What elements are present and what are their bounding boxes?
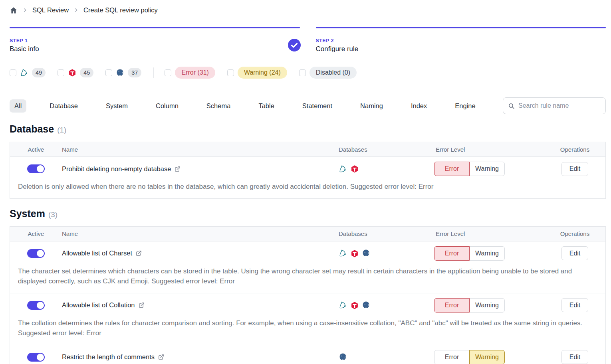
filter-engine-mysql[interactable]: 49 <box>10 68 46 77</box>
postgres-checkbox[interactable] <box>105 69 112 76</box>
error-level-button[interactable]: Error <box>434 298 470 313</box>
error-level-button[interactable]: Error <box>434 350 470 364</box>
operations-cell: Edit <box>544 162 605 176</box>
search-rule-box[interactable] <box>503 97 606 114</box>
filter-divider <box>153 67 154 78</box>
table-row: Allowable list of Charset Error Warning … <box>10 241 605 265</box>
filter-bar: 49 45 37 Error (31) Warning (24) Disable… <box>10 67 606 79</box>
stepper: STEP 1 Basic info STEP 2 Configure rule <box>10 27 606 53</box>
postgres-icon <box>339 353 347 361</box>
active-cell <box>10 164 62 173</box>
warning-level-button[interactable]: Warning <box>469 246 505 261</box>
edit-button[interactable]: Edit <box>561 162 589 176</box>
edit-button[interactable]: Edit <box>561 350 589 364</box>
table-header-row: Active Name Databases Error Level Operat… <box>10 142 605 157</box>
tab-all[interactable]: All <box>10 99 26 113</box>
error-level-cell: Error Warning <box>433 162 544 176</box>
chevron-right-icon <box>73 8 79 13</box>
filter-level-warning[interactable]: Warning (24) <box>227 67 287 79</box>
error-level-cell: Error Warning <box>433 298 544 313</box>
warning-level-button[interactable]: Warning <box>469 298 505 313</box>
operations-cell: Edit <box>544 350 605 364</box>
error-level-button[interactable]: Error <box>434 246 470 261</box>
tab-table[interactable]: Table <box>254 99 279 113</box>
tidb-icon <box>68 69 76 77</box>
error-level-cell: Error Warning <box>433 350 544 364</box>
tab-index[interactable]: Index <box>406 99 432 113</box>
rule-active-toggle[interactable] <box>27 353 45 362</box>
operations-cell: Edit <box>544 298 605 312</box>
section-heading: System (3) <box>10 208 606 220</box>
rule-sections: Database (1) Active Name Databases Error… <box>10 123 606 364</box>
external-link-icon[interactable] <box>158 354 164 360</box>
name-cell: Allowable list of Collation <box>62 301 336 309</box>
edit-button[interactable]: Edit <box>561 246 589 260</box>
postgres-icon <box>362 301 370 309</box>
warning-level-button[interactable]: Warning <box>469 350 505 364</box>
tab-system[interactable]: System <box>101 99 133 113</box>
error-level-segmented-control: Error Warning <box>434 298 505 313</box>
tidb-checkbox[interactable] <box>58 69 64 76</box>
section-count: (3) <box>48 210 58 219</box>
postgres-icon <box>116 69 124 77</box>
tab-schema[interactable]: Schema <box>202 99 236 113</box>
filter-level-error[interactable]: Error (31) <box>165 67 215 79</box>
databases-cell <box>336 353 433 361</box>
warning-level-button[interactable]: Warning <box>469 162 505 176</box>
error-level-checkbox[interactable] <box>165 69 171 76</box>
step-1-label: STEP 1 <box>10 38 300 44</box>
step-1-title: Basic info <box>10 45 300 53</box>
rule-active-toggle[interactable] <box>27 301 45 310</box>
rule-table: Active Name Databases Error Level Operat… <box>10 142 606 199</box>
tab-column[interactable]: Column <box>151 99 183 113</box>
rule-active-toggle[interactable] <box>27 249 45 258</box>
mysql-icon <box>339 249 347 257</box>
external-link-icon[interactable] <box>136 250 142 256</box>
breadcrumb-sql-review[interactable]: SQL Review <box>32 6 69 14</box>
tab-engine[interactable]: Engine <box>450 99 480 113</box>
tab-naming[interactable]: Naming <box>355 99 388 113</box>
table-row: Restrict the length of comments Error Wa… <box>10 345 605 364</box>
rule-name: Allowable list of Charset <box>62 249 132 257</box>
disabled-level-checkbox[interactable] <box>299 69 306 76</box>
breadcrumb-current-page: Create SQL review policy <box>83 6 158 14</box>
home-icon[interactable] <box>10 6 18 14</box>
category-tabs: All Database System Column Schema Table … <box>10 97 606 114</box>
mysql-icon <box>20 69 28 77</box>
column-header-active: Active <box>10 230 62 237</box>
rule-active-toggle[interactable] <box>27 164 45 173</box>
filter-level-disabled[interactable]: Disabled (0) <box>299 67 357 79</box>
tidb-count-badge: 45 <box>80 68 93 77</box>
tidb-icon <box>350 165 359 173</box>
mysql-icon <box>339 301 347 309</box>
error-level-button[interactable]: Error <box>434 162 470 176</box>
tab-statement[interactable]: Statement <box>298 99 337 113</box>
external-link-icon[interactable] <box>139 302 145 308</box>
column-header-databases: Databases <box>336 146 433 153</box>
rule-group: Restrict the length of comments Error Wa… <box>10 345 605 364</box>
warning-count-pill: Warning (24) <box>238 67 287 79</box>
search-icon <box>508 103 515 109</box>
filter-engine-tidb[interactable]: 45 <box>58 68 93 77</box>
name-cell: Allowable list of Charset <box>62 249 336 257</box>
active-cell <box>10 353 62 362</box>
column-header-name: Name <box>62 230 336 237</box>
step-1[interactable]: STEP 1 Basic info <box>10 27 300 53</box>
column-header-databases: Databases <box>336 230 433 237</box>
column-header-error-level: Error Level <box>433 230 544 237</box>
filter-engine-postgres[interactable]: 37 <box>105 68 141 77</box>
rule-name: Restrict the length of comments <box>62 353 155 361</box>
step-2-progress-bar <box>316 27 606 28</box>
databases-cell <box>336 301 433 309</box>
step-2[interactable]: STEP 2 Configure rule <box>316 27 606 53</box>
rule-group: Allowable list of Charset Error Warning … <box>10 241 605 293</box>
mysql-checkbox[interactable] <box>10 69 16 76</box>
tab-database[interactable]: Database <box>45 99 83 113</box>
warning-level-checkbox[interactable] <box>227 69 234 76</box>
rule-group: Allowable list of Collation Error Warnin… <box>10 293 605 345</box>
search-rule-input[interactable] <box>518 102 601 109</box>
external-link-icon[interactable] <box>175 166 181 172</box>
edit-button[interactable]: Edit <box>561 298 589 312</box>
section-title: System <box>10 208 45 220</box>
name-cell: Restrict the length of comments <box>62 353 336 361</box>
